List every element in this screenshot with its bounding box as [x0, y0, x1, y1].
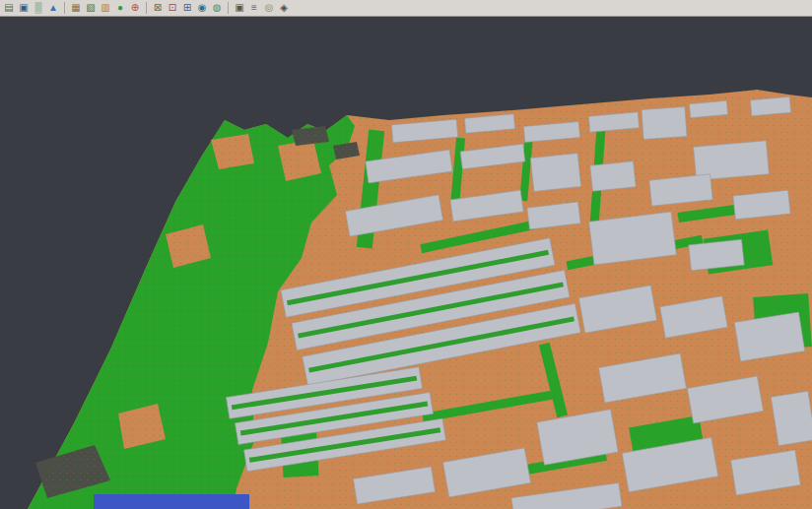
point-cloud-icon[interactable]: ▒: [32, 1, 45, 15]
viewport-3d[interactable]: [0, 17, 812, 509]
zoom-extent-icon[interactable]: ◎: [262, 1, 276, 15]
measure-icon[interactable]: ⊕: [128, 1, 142, 15]
building: [750, 96, 790, 115]
screenshot-icon[interactable]: ▣: [233, 1, 246, 15]
texture-icon[interactable]: ▦: [69, 1, 83, 15]
open-project-icon[interactable]: ▤: [2, 1, 16, 15]
orthophoto-icon[interactable]: ▥: [99, 1, 112, 15]
building: [530, 154, 580, 192]
grid-icon[interactable]: ⊞: [180, 1, 194, 15]
building: [771, 391, 812, 445]
classify-icon[interactable]: ●: [113, 1, 127, 15]
building: [590, 161, 636, 191]
building: [689, 239, 744, 271]
save-icon[interactable]: ▣: [17, 1, 31, 15]
toolbar: ▤▣▒▲▦▧▥●⊕⊠⊡⊞◉◍▣≡◎◈: [0, 0, 812, 17]
mesh-icon[interactable]: ▲: [46, 1, 60, 15]
layers-icon[interactable]: ≡: [247, 1, 261, 15]
toolbar-separator: [228, 2, 229, 14]
building: [642, 107, 687, 140]
viewport-canvas[interactable]: [0, 17, 812, 509]
building: [689, 100, 727, 117]
water-classified-area: [94, 494, 249, 509]
toolbar-separator: [64, 2, 65, 14]
dem-icon[interactable]: ▧: [84, 1, 98, 15]
toolbar-separator: [146, 2, 147, 14]
crop-icon[interactable]: ⊠: [151, 1, 165, 15]
main-window: ▤▣▒▲▦▧▥●⊕⊠⊡⊞◉◍▣≡◎◈: [0, 0, 812, 509]
settings-icon[interactable]: ⊡: [166, 1, 179, 15]
globe-icon[interactable]: ◍: [210, 1, 224, 15]
camera-icon[interactable]: ◉: [195, 1, 209, 15]
info-icon[interactable]: ◈: [277, 1, 291, 15]
